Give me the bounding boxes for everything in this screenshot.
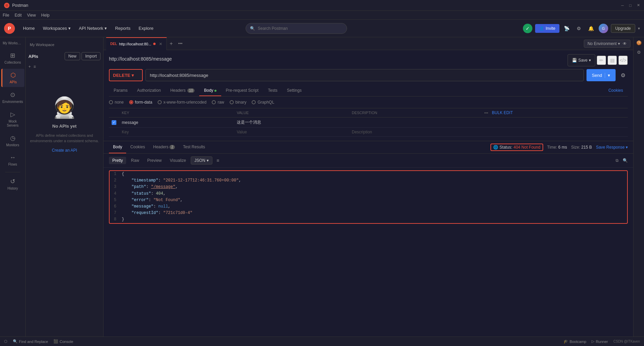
graphql-radio[interactable] <box>252 100 256 104</box>
res-tab-headers[interactable]: Headers 2 <box>149 141 179 153</box>
right-panel-cookies-icon[interactable]: 🍪 <box>635 39 643 47</box>
more-params-icon[interactable]: ••• <box>484 111 488 115</box>
empty-value[interactable]: Value <box>234 128 349 137</box>
res-tab-body[interactable]: Body <box>109 141 126 153</box>
method-selector[interactable]: DELETE ▾ <box>109 69 143 81</box>
row-key[interactable]: message <box>119 117 234 128</box>
list-icon[interactable]: ≡ <box>33 64 36 69</box>
tab-close-button[interactable]: ✕ <box>159 42 162 46</box>
search-input[interactable] <box>258 26 343 31</box>
res-tab-cookies[interactable]: Cookies <box>126 141 149 153</box>
wrap-icon[interactable]: ≡ <box>216 158 219 163</box>
nav-api-network[interactable]: API Network ▾ <box>76 24 110 32</box>
environment-selector[interactable]: No Environment ▾ 👁 <box>584 40 630 48</box>
chevron-down-icon[interactable]: ▾ <box>638 26 640 31</box>
url-input[interactable] <box>145 69 584 81</box>
raw-radio[interactable] <box>212 100 216 104</box>
nav-explore[interactable]: Explore <box>136 24 156 32</box>
minimize-button[interactable]: ─ <box>621 3 624 7</box>
satellite-icon[interactable]: 📡 <box>562 24 572 33</box>
sidebar-item-collections[interactable]: ⊞ Collections <box>1 49 24 67</box>
row-value[interactable]: 这是一个消息 <box>234 117 349 128</box>
row-description[interactable] <box>349 117 482 128</box>
nav-reports[interactable]: Reports <box>112 24 133 32</box>
menu-view[interactable]: View <box>27 13 36 18</box>
sidebar-item-history[interactable]: ↺ History <box>1 175 24 193</box>
tab-tests[interactable]: Tests <box>263 85 282 96</box>
nav-home[interactable]: Home <box>20 24 38 32</box>
body-raw-option[interactable]: raw <box>212 100 224 105</box>
body-graphql-option[interactable]: GraphQL <box>252 100 274 105</box>
notification-icon[interactable]: 🔔 <box>586 24 596 33</box>
form-data-radio[interactable] <box>129 100 133 104</box>
layout-icon[interactable]: ▤ <box>607 56 617 65</box>
body-binary-option[interactable]: binary <box>230 100 247 105</box>
search-bar[interactable]: 🔍 <box>246 23 347 34</box>
add-tab-button[interactable]: + <box>167 41 175 47</box>
body-none-option[interactable]: none <box>109 100 124 105</box>
view-pretty[interactable]: Pretty <box>109 157 126 164</box>
new-api-button[interactable]: New <box>65 52 80 60</box>
upgrade-button[interactable]: Upgrade <box>611 24 635 33</box>
sidebar-item-flows[interactable]: ↔ Flows <box>1 151 24 169</box>
view-preview[interactable]: Preview <box>144 157 165 164</box>
body-urlencoded-option[interactable]: x-www-form-urlencoded <box>158 100 206 105</box>
empty-key[interactable]: Key <box>119 128 234 137</box>
csdn-link[interactable]: CSDN @ITKaven <box>613 340 640 343</box>
nav-workspaces[interactable]: Workspaces ▾ <box>40 24 73 32</box>
code-icon[interactable]: </> <box>618 56 628 65</box>
settings-icon[interactable]: ⚙ <box>574 24 584 33</box>
row-checkbox[interactable]: ✓ <box>112 120 116 125</box>
env-label: No Environment <box>588 41 617 46</box>
sidebar-item-apis[interactable]: ⬡ APIs <box>1 69 24 87</box>
tab-params[interactable]: Params <box>109 85 132 96</box>
add-icon[interactable]: + <box>28 64 31 69</box>
menu-edit[interactable]: Edit <box>15 13 22 18</box>
workspace-label-area: My Workspace <box>0 40 25 46</box>
more-tabs-button[interactable]: ••• <box>176 41 185 46</box>
bootcamp-button[interactable]: 🎓 Bootcamp <box>564 339 586 344</box>
cookies-link[interactable]: Cookies <box>604 85 628 96</box>
save-response-button[interactable]: Save Response ▾ <box>596 145 628 150</box>
bulk-edit-button[interactable]: Bulk Edit <box>492 110 513 115</box>
sidebar-item-monitors[interactable]: ◷ Monitors <box>1 132 24 150</box>
res-tab-test-results[interactable]: Test Results <box>179 141 209 153</box>
urlencoded-radio[interactable] <box>158 100 162 104</box>
search-response-icon[interactable]: 🔍 <box>623 158 628 163</box>
none-radio[interactable] <box>109 100 113 104</box>
body-form-data-option[interactable]: form-data <box>129 100 152 105</box>
request-tab-active[interactable]: DEL http://localhost:80... ✕ <box>106 37 167 50</box>
sidebar-toggle-button[interactable]: ⬡ <box>4 339 7 344</box>
panel-actions-row: APIs New Import <box>28 52 100 60</box>
request-settings-icon[interactable]: ⚙ <box>618 70 628 80</box>
runner-button[interactable]: ▷ Runner <box>592 339 608 344</box>
maximize-button[interactable]: □ <box>629 3 631 7</box>
send-dropdown-icon[interactable]: ▾ <box>605 73 610 78</box>
right-panel-settings-icon[interactable]: ⚙ <box>635 48 643 56</box>
tab-settings[interactable]: Settings <box>282 85 306 96</box>
tab-authorization[interactable]: Authorization <box>132 85 165 96</box>
copy-response-icon[interactable]: ⧉ <box>616 158 619 163</box>
console-button[interactable]: ⬛ Console <box>53 339 73 344</box>
view-visualize[interactable]: Visualize <box>166 157 189 164</box>
import-api-button[interactable]: Import <box>82 52 100 60</box>
format-selector[interactable]: JSON ▾ <box>191 156 212 165</box>
menu-file[interactable]: File <box>3 13 9 18</box>
edit-request-icon[interactable]: ✏ <box>597 56 606 65</box>
find-replace-button[interactable]: 🔍 Find and Replace <box>13 339 48 344</box>
sidebar-item-environments[interactable]: ⊙ Environments <box>1 88 24 107</box>
binary-radio[interactable] <box>230 100 234 104</box>
sidebar-item-mock-servers[interactable]: ▷ Mock Servers <box>1 108 24 130</box>
empty-description[interactable]: Description <box>349 128 482 137</box>
tab-pre-request-script[interactable]: Pre-request Script <box>221 85 263 96</box>
view-raw[interactable]: Raw <box>128 157 142 164</box>
avatar[interactable]: G <box>599 24 608 33</box>
create-api-link[interactable]: Create an API <box>52 148 77 153</box>
close-button[interactable]: ✕ <box>637 3 640 7</box>
invite-button[interactable]: 👤 Invite <box>535 24 559 33</box>
tab-headers[interactable]: Headers 10 <box>165 85 199 96</box>
save-button[interactable]: 💾 Save ▾ <box>568 54 595 66</box>
send-button[interactable]: Send ▾ <box>586 69 616 81</box>
tab-body[interactable]: Body <box>199 85 221 96</box>
menu-help[interactable]: Help <box>41 13 50 18</box>
